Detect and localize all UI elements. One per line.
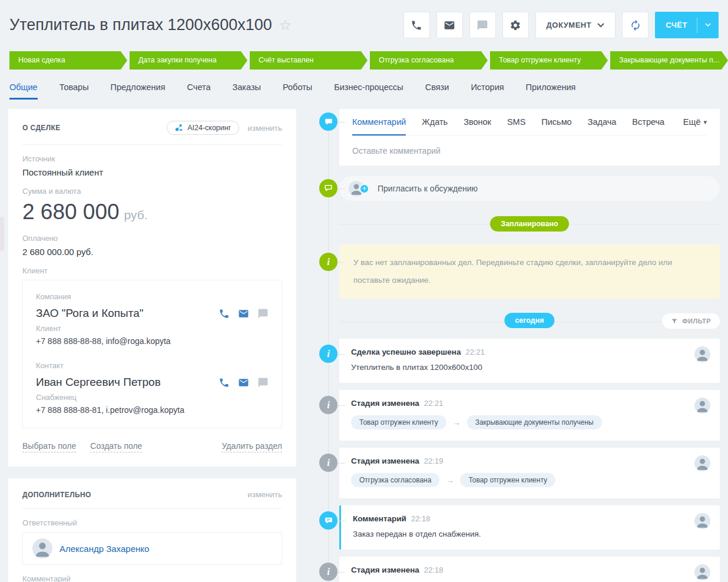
call-button[interactable] [403,12,430,38]
invite-to-discussion-button[interactable]: + Пригласить к обсуждению [339,176,720,201]
no-planned-note: У вас нет запланированных дел. Передвинь… [339,244,720,299]
chat-icon[interactable] [257,377,269,388]
comment-input[interactable] [352,138,707,163]
sum-currency: руб. [124,208,148,221]
composer-tab-sms[interactable]: SMS [507,117,525,135]
tab-general[interactable]: Общие [9,82,38,100]
entry-time: 22:21 [466,348,485,356]
source-label: Источник [22,154,282,163]
entry-title: Стадия изменена [351,566,419,574]
planned-separator: Запланировано [339,216,720,232]
tab-business-processes[interactable]: Бизнес-процессы [334,82,403,100]
company-label: Компания [36,292,269,301]
invoice-caret-button[interactable] [697,23,719,27]
stage-from-badge: Отгрузка согласована [351,473,439,487]
entry-body: Утеплитель в плитах 1200x600x100 [351,363,708,372]
additional-card: ДОПОЛНИТЕЛЬНО изменить Ответственный Але… [8,478,296,582]
left-edge-handle[interactable] [0,217,4,251]
tab-relations[interactable]: Связи [425,82,449,100]
stage-purchase-date[interactable]: Дата закупки получена [130,51,247,70]
entry-title: Сделка успешно завершена [351,348,461,356]
tab-robots[interactable]: Роботы [283,82,312,100]
composer-tab-task[interactable]: Задача [588,117,617,135]
timeline-entry: Комментарий 22:18 Заказ передан в отдел … [339,505,720,550]
invite-row-wrap: + Пригласить к обсуждению [339,176,720,201]
phone-icon[interactable] [219,308,230,319]
sync-button[interactable] [622,12,648,38]
deal-details-column: О СДЕЛКЕ AI24-скоринг изменить Источник … [8,109,296,582]
activity-composer: Комментарий Ждать Звонок SMS Письмо Зада… [339,109,720,166]
email-button[interactable] [436,12,463,38]
envelope-icon[interactable] [238,377,249,388]
today-badge: сегодня [504,313,554,328]
paid-value: 2 680 000.00 руб. [22,247,282,257]
entry-title: Стадия изменена [351,457,419,465]
entry-time: 22:21 [424,399,444,408]
deal-page: Утеплитель в плитах 1200x600x100 ☆ ДОКУМ… [0,0,728,582]
responsible-label: Ответственный [22,518,282,527]
composer-tab-wait[interactable]: Ждать [422,117,448,135]
client-box: Компания ЗАО "Рога и Копыта" Клиент [22,280,282,428]
contact-contacts: +7 888 888-88-81, i.petrov@roga.kopyta [36,405,269,415]
tab-products[interactable]: Товары [59,82,89,100]
phone-icon[interactable] [219,377,230,388]
tab-apps[interactable]: Приложения [526,82,576,100]
timeline-entry: i Стадия изменена 22:18 Счёт выставлен →… [339,557,720,582]
tab-quotes[interactable]: Предложения [111,82,166,100]
edit-about-link[interactable]: изменить [247,124,282,133]
stage-invoice-issued[interactable]: Счёт выставлен [250,51,368,70]
delete-section-link[interactable]: Удалить раздел [221,441,282,452]
tab-orders[interactable]: Заказы [233,82,261,100]
stage-closing-docs[interactable]: Закрывающие документы п... [610,51,728,70]
entry-title: Комментарий [353,514,406,523]
entry-time: 22:18 [424,566,444,574]
composer-row: Комментарий Ждать Звонок SMS Письмо Зада… [339,109,720,166]
arrow-icon: → [453,418,461,427]
chat-button[interactable] [469,12,496,38]
envelope-icon[interactable] [238,308,249,319]
sum-value: 2 680 000руб. [22,200,282,224]
stage-to-badge: Закрывающие документы получены [467,415,602,429]
settings-button[interactable] [502,12,529,38]
tab-invoices[interactable]: Счета [187,82,211,100]
stage-new-deal[interactable]: Новая сделка [9,51,127,70]
timeline-entry: i Стадия изменена 22:21 Товар отгружен к… [339,390,720,441]
edit-additional-link[interactable]: изменить [247,490,282,499]
empty-note-row: i У вас нет запланированных дел. Передви… [339,244,720,299]
ai-scoring-icon [175,124,183,132]
composer-tab-email[interactable]: Письмо [541,117,571,135]
tab-history[interactable]: История [471,82,504,100]
entry-title: Стадия изменена [351,399,419,408]
company-name-link[interactable]: ЗАО "Рога и Копыта" [36,307,219,320]
stage-shipment-approved[interactable]: Отгрузка согласована [370,51,488,70]
chevron-down-icon [705,23,711,27]
chat-icon[interactable] [257,308,269,319]
filter-button[interactable]: ФИЛЬТР [662,313,720,329]
document-button[interactable]: ДОКУМЕНТ [535,12,616,38]
arrow-icon: → [446,476,454,485]
contact-block: Контакт Иван Сергеевич Петров Снабженец [36,361,269,415]
favorite-star-icon[interactable]: ☆ [279,18,292,32]
avatar [694,346,710,362]
composer-tab-more[interactable]: Ещё ▾ [683,117,707,134]
today-separator: сегодня ФИЛЬТР [339,313,720,330]
create-field-link[interactable]: Создать поле [90,441,142,452]
composer-tab-meeting[interactable]: Встреча [632,117,664,135]
contact-name-link[interactable]: Иван Сергеевич Петров [36,376,219,389]
planned-badge: Запланировано [490,216,568,232]
avatar [694,455,710,471]
composer-tab-comment[interactable]: Комментарий [352,117,406,135]
envelope-icon [444,19,455,31]
composer-tab-call[interactable]: Звонок [464,117,491,135]
stage-goods-shipped[interactable]: Товар отгружен клиенту [490,51,608,70]
select-field-link[interactable]: Выбрать поле [22,441,76,452]
ai-scoring-button[interactable]: AI24-скоринг [167,121,239,135]
toolbar: ДОКУМЕНТ СЧЁТ [403,12,719,38]
avatar [694,398,710,414]
timeline-entry: i Сделка успешно завершена 22:21 Утеплит… [339,339,720,383]
stage-to-badge: Товар отгружен клиенту [460,473,555,487]
responsible-name-link[interactable]: Александр Захаренко [59,544,149,554]
company-role: Клиент [36,324,269,333]
sum-label: Сумма и валюта [22,187,282,196]
invoice-button[interactable]: СЧЁТ [655,12,719,38]
